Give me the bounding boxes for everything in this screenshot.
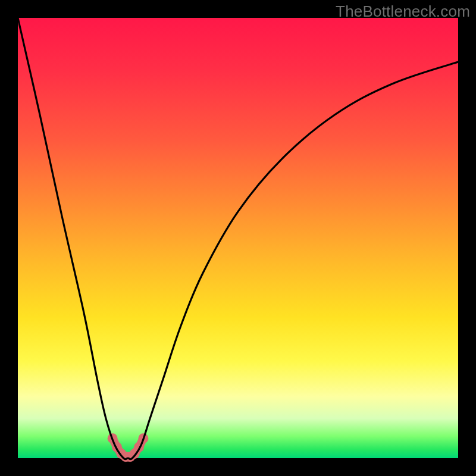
plot-area: [18, 18, 458, 458]
curve-layer: [18, 18, 458, 458]
bottleneck-curve-line: [18, 18, 458, 459]
chart-container: TheBottleneck.com: [0, 0, 476, 476]
